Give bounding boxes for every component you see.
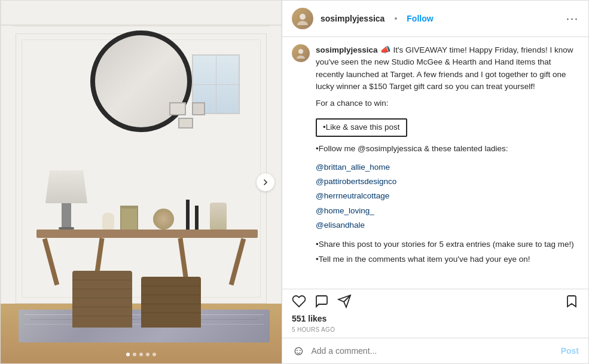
svg-point-1	[297, 21, 308, 25]
mention-1[interactable]: @brittan_allie_home	[316, 160, 579, 175]
caption-content: sosimplyjessica 📣 It's GIVEAWAY time! Ha…	[316, 44, 579, 266]
highlight-text: •Like & save this post	[323, 123, 400, 131]
console-table-top	[36, 230, 258, 238]
svg-point-0	[300, 14, 306, 20]
wicker-stool	[141, 277, 201, 328]
emoji-button[interactable]: ☺	[292, 343, 305, 359]
stool-weave-line	[72, 289, 132, 289]
wall-frame	[178, 118, 193, 129]
username-label[interactable]: sosimplyjessica	[321, 14, 384, 23]
carousel-dot-1[interactable]	[126, 353, 130, 356]
wall-frame	[169, 102, 186, 115]
caption-text-5: •Tell me in the comments what item you'v…	[316, 253, 579, 266]
mention-4[interactable]: @home_loving_	[316, 204, 579, 218]
lamp-foot	[59, 227, 74, 230]
wicker-stool	[72, 271, 132, 328]
comment-input-row: ☺ Post	[282, 338, 588, 363]
caption-username[interactable]: sosimplyjessica	[316, 45, 378, 54]
wall-panel-line	[13, 26, 270, 27]
mention-2[interactable]: @pattirobertsdesignco	[316, 175, 579, 189]
timestamp: 5 hours ago	[282, 326, 588, 338]
book-stack	[121, 209, 137, 230]
caption-avatar[interactable]	[292, 44, 310, 62]
caption-area: sosimplyjessica 📣 It's GIVEAWAY time! Ha…	[282, 37, 588, 289]
action-icons	[292, 294, 352, 308]
window-divider	[193, 84, 239, 85]
instagram-post: sosimplyjessica • Follow ··· sosimplyjes…	[0, 0, 589, 364]
stool-weave-line	[72, 280, 132, 280]
like-button[interactable]	[292, 294, 306, 308]
caption-text-2: For a chance to win:	[316, 97, 579, 110]
caption-body: For a chance to win: •Like & save this p…	[316, 97, 579, 266]
likes-count[interactable]: 551 likes	[292, 314, 326, 323]
svg-point-2	[298, 49, 303, 54]
candlestick	[195, 206, 199, 230]
caption-text-3: •Follow me @sosimplyjessica & these tale…	[316, 143, 579, 155]
decorative-vase	[210, 203, 227, 230]
post-comment-button[interactable]: Post	[561, 346, 579, 356]
caption-text-4: •Share this post to your stories for 5 e…	[316, 238, 579, 251]
stool-weave-line	[141, 313, 201, 313]
wall-frame	[192, 102, 205, 115]
carousel-dot-5[interactable]	[152, 353, 156, 356]
carousel-dot-4[interactable]	[146, 353, 149, 356]
share-button[interactable]	[337, 294, 352, 308]
post-image-panel	[1, 1, 282, 363]
decorative-bowl	[153, 209, 174, 230]
lamp-shade	[45, 170, 87, 203]
mention-5[interactable]: @elisandhale	[316, 218, 579, 233]
caption-header-line: sosimplyjessica 📣 It's GIVEAWAY time! Ha…	[316, 44, 579, 93]
room-photo	[1, 1, 282, 363]
stool-weave-line	[72, 307, 132, 307]
carousel-dot-3[interactable]	[139, 353, 143, 356]
svg-point-3	[297, 56, 305, 59]
stool-weave-line	[141, 286, 201, 286]
decorative-mirror	[90, 30, 192, 132]
mention-3[interactable]: @herrneutralcottage	[316, 189, 579, 203]
next-photo-arrow[interactable]	[257, 173, 274, 191]
carousel-dots	[126, 353, 156, 356]
separator: •	[394, 14, 397, 23]
comment-input[interactable]	[311, 346, 554, 356]
stool-weave-line	[141, 295, 201, 295]
follow-button[interactable]: Follow	[407, 14, 433, 23]
stool-weave-line	[72, 316, 132, 316]
post-header: sosimplyjessica • Follow ···	[282, 1, 588, 37]
candlestick	[186, 200, 190, 230]
more-options-button[interactable]: ···	[566, 13, 579, 25]
caption-row: sosimplyjessica 📣 It's GIVEAWAY time! Ha…	[292, 44, 579, 266]
avatar[interactable]	[292, 8, 313, 29]
bookmark-button[interactable]	[564, 294, 579, 308]
comment-button[interactable]	[315, 294, 329, 308]
carousel-dot-2[interactable]	[133, 353, 136, 356]
stool-weave-line	[141, 304, 201, 304]
actions-bar	[282, 289, 588, 312]
post-content-panel: sosimplyjessica • Follow ··· sosimplyjes…	[282, 1, 588, 363]
bunny-decor	[102, 213, 114, 230]
mentions-list: @brittan_allie_home @pattirobertsdesignc…	[316, 160, 579, 233]
stool-weave-line	[72, 298, 132, 298]
highlight-box: •Like & save this post	[316, 118, 407, 137]
lamp-base	[62, 203, 71, 230]
likes-row: 551 likes	[282, 312, 588, 326]
megaphone-icon: 📣	[380, 45, 390, 54]
